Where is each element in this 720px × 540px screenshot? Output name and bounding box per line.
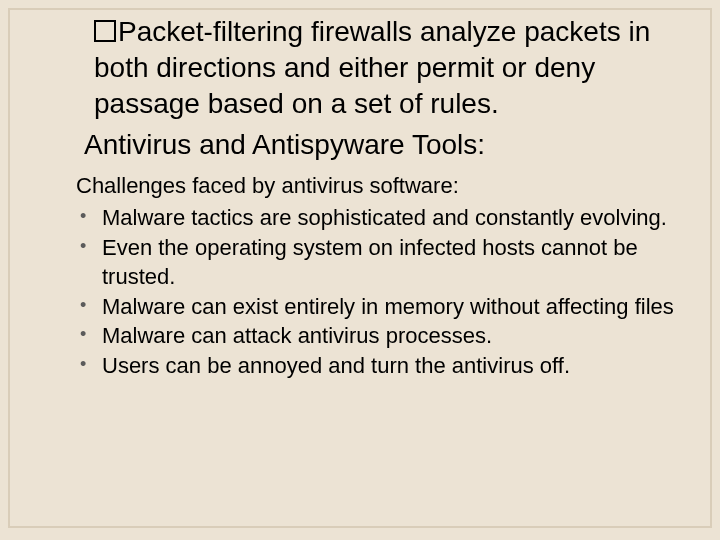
list-item: Even the operating system on infected ho… (76, 233, 686, 292)
slide-frame: Packet-filtering firewalls analyze packe… (8, 8, 712, 528)
challenges-list: Malware tactics are sophisticated and co… (34, 203, 686, 380)
bullet-text: Malware tactics are sophisticated and co… (102, 205, 667, 230)
bullet-text: Malware can attack antivirus processes. (102, 323, 492, 348)
list-item: Users can be annoyed and turn the antivi… (76, 351, 686, 380)
section-heading: Antivirus and Antispyware Tools: (34, 127, 686, 163)
lead-paragraph: Packet-filtering firewalls analyze packe… (34, 14, 686, 121)
list-item: Malware tactics are sophisticated and co… (76, 203, 686, 232)
bullet-square-icon (94, 20, 116, 42)
list-item: Malware can attack antivirus processes. (76, 321, 686, 350)
subheading: Challenges faced by antivirus software: (34, 173, 686, 199)
list-item: Malware can exist entirely in memory wit… (76, 292, 686, 321)
bullet-text: Even the operating system on infected ho… (102, 235, 638, 289)
lead-text: Packet-filtering firewalls analyze packe… (94, 16, 650, 119)
bullet-text: Users can be annoyed and turn the antivi… (102, 353, 570, 378)
bullet-text: Malware can exist entirely in memory wit… (102, 294, 674, 319)
